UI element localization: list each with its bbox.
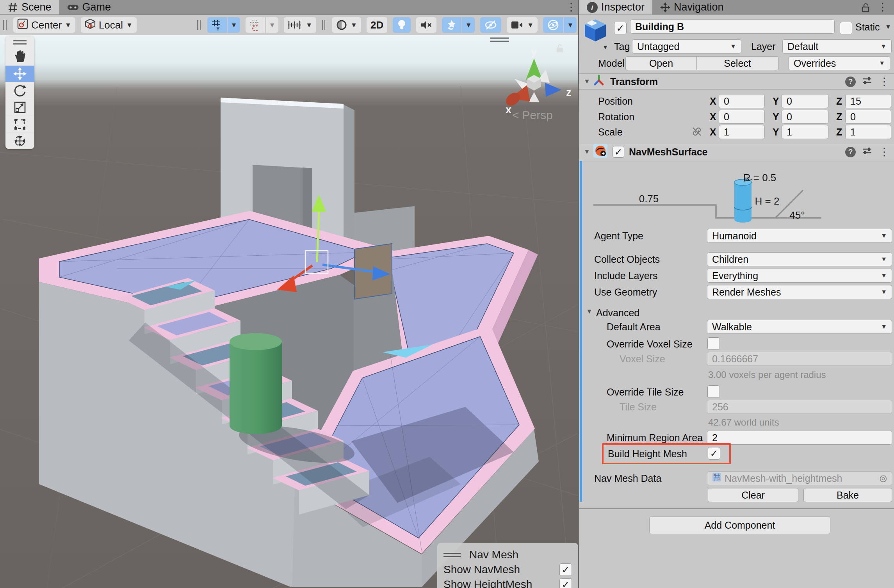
rotation-z-field[interactable]: 0 — [845, 110, 891, 124]
effects-options-dropdown[interactable]: ▼ — [462, 17, 475, 33]
perspective-toggle[interactable]: < Persp — [512, 109, 553, 122]
navmeshsurface-header[interactable]: ▼ ✓ NavMeshSurface ? ⋮ — [579, 144, 894, 160]
toolbar-drag-handle[interactable] — [197, 20, 202, 30]
hand-tool-button[interactable] — [5, 49, 34, 65]
gizmos-options-dropdown[interactable]: ▼ — [564, 17, 577, 33]
scale-z-field[interactable]: 1 — [845, 125, 891, 139]
rotation-mode-dropdown[interactable]: Local ▼ — [81, 17, 137, 33]
2d-toggle-button[interactable]: 2D — [367, 17, 387, 33]
static-caret-icon[interactable]: ▼ — [885, 23, 891, 30]
build-height-mesh-checkbox[interactable]: ✓ — [708, 447, 720, 460]
unity-editor: Scene Game ⋮ Center — [0, 0, 894, 588]
scale-x-field[interactable]: 1 — [719, 125, 765, 139]
link-broken-icon[interactable] — [691, 126, 702, 139]
position-z-field[interactable]: 15 — [845, 94, 891, 108]
foldout-icon[interactable]: ▼ — [584, 148, 593, 156]
effects-toggle-button[interactable] — [442, 17, 461, 33]
presets-icon[interactable] — [862, 75, 872, 88]
component-menu-icon[interactable]: ⋮ — [878, 146, 890, 158]
tab-navigation[interactable]: Navigation — [652, 0, 732, 14]
component-menu-icon[interactable]: ⋮ — [878, 75, 890, 88]
inspector-menu-icon[interactable]: ⋮ — [877, 1, 889, 13]
hidden-objects-toggle[interactable] — [480, 17, 501, 33]
model-select-button[interactable]: Select — [697, 56, 778, 70]
gamepad-icon — [67, 3, 79, 12]
bake-button[interactable]: Bake — [803, 488, 892, 502]
tab-game[interactable]: Game — [59, 0, 119, 14]
clear-button[interactable]: Clear — [708, 488, 798, 502]
transform-header[interactable]: ▼ Transform ? ⋮ — [579, 73, 894, 90]
camera-view-dropdown[interactable]: ▼ — [507, 17, 538, 33]
overrides-dropdown[interactable]: Overrides ▼ — [789, 56, 890, 70]
show-navmesh-row: Show NavMesh ✓ — [443, 562, 572, 577]
help-icon[interactable]: ? — [845, 147, 856, 157]
advanced-foldout-label[interactable]: Advanced — [596, 305, 639, 320]
rotation-x-field[interactable]: 0 — [719, 110, 765, 124]
lighting-toggle-button[interactable] — [393, 17, 411, 33]
toolbar-drag-handle[interactable] — [3, 20, 8, 30]
legend-title-row[interactable]: Nav Mesh — [443, 547, 572, 562]
toolbar-drag-handle[interactable] — [322, 20, 326, 30]
component-enabled-checkbox[interactable]: ✓ — [613, 146, 624, 158]
prefab-icon[interactable] — [584, 19, 607, 46]
static-checkbox[interactable] — [840, 22, 852, 34]
tab-inspector-label: Inspector — [601, 1, 645, 13]
presets-icon[interactable] — [862, 146, 872, 158]
axis-y-label[interactable]: y — [531, 46, 537, 58]
override-voxel-checkbox[interactable] — [707, 337, 720, 350]
audio-toggle-button[interactable] — [416, 17, 436, 33]
grid-options-dropdown[interactable]: ▼ — [228, 17, 240, 33]
scene-menu-icon[interactable]: ⋮ — [565, 1, 577, 13]
rotate-tool-button[interactable] — [5, 82, 34, 99]
add-component-button[interactable]: Add Component — [649, 516, 830, 534]
position-y-field[interactable]: 0 — [782, 94, 828, 108]
measure-tool-dropdown[interactable]: ▼ — [284, 17, 316, 33]
axis-x-label[interactable]: x — [506, 104, 511, 116]
scene-viewport[interactable]: y x z — [0, 35, 578, 588]
snap-options-dropdown[interactable]: ▼ — [266, 17, 278, 33]
tab-inspector[interactable]: i Inspector — [579, 0, 652, 14]
tab-scene[interactable]: Scene — [0, 0, 59, 14]
move-tool-button[interactable] — [5, 66, 34, 82]
shading-mode-dropdown[interactable]: ▼ — [332, 17, 361, 33]
lock-icon[interactable] — [556, 44, 564, 55]
snap-grid-button[interactable] — [246, 17, 265, 33]
default-area-dropdown[interactable]: Walkable▼ — [707, 320, 892, 334]
model-open-button[interactable]: Open — [625, 56, 697, 70]
override-tile-checkbox[interactable] — [707, 385, 720, 398]
show-navmesh-checkbox[interactable]: ✓ — [559, 563, 572, 576]
unlock-icon[interactable] — [861, 2, 870, 15]
active-checkbox[interactable]: ✓ — [614, 22, 627, 34]
use-geometry-dropdown[interactable]: Render Meshes▼ — [707, 285, 892, 299]
tag-dropdown[interactable]: Untagged ▼ — [632, 39, 741, 53]
gizmos-toggle-button[interactable] — [543, 17, 563, 33]
static-label: Static — [855, 20, 880, 34]
inspector-tabbar: i Inspector Navigation ⋮ — [579, 0, 894, 15]
collect-objects-dropdown[interactable]: Children▼ — [707, 252, 892, 266]
transform-tool-button[interactable] — [5, 133, 34, 149]
axis-z-label[interactable]: z — [566, 87, 572, 98]
rect-tool-button[interactable] — [5, 116, 34, 132]
legend-drag-handle[interactable] — [443, 553, 461, 557]
layer-dropdown[interactable]: Default ▼ — [782, 39, 892, 53]
object-picker-icon[interactable]: ◎ — [880, 473, 887, 483]
prefab-caret-icon[interactable]: ▼ — [602, 44, 608, 50]
scale-tool-button[interactable] — [5, 99, 34, 116]
show-heightmesh-checkbox[interactable]: ✓ — [559, 578, 572, 588]
min-region-field[interactable]: 2 — [707, 431, 892, 445]
gameobject-name-field[interactable]: Building B — [630, 20, 835, 34]
scale-y-field[interactable]: 1 — [782, 125, 828, 139]
agent-type-dropdown[interactable]: Humanoid▼ — [707, 229, 892, 243]
pivot-mode-dropdown[interactable]: Center ▼ — [13, 17, 75, 33]
include-layers-dropdown[interactable]: Everything▼ — [707, 269, 892, 283]
foldout-icon[interactable]: ▼ — [584, 78, 593, 86]
rotation-y-field[interactable]: 0 — [782, 110, 828, 124]
nav-mesh-data-field[interactable]: NavMesh-with_heightmesh ◎ — [707, 471, 892, 485]
show-heightmesh-label: Show HeightMesh — [443, 578, 532, 588]
palette-drag-handle[interactable] — [5, 36, 34, 48]
help-icon[interactable]: ? — [845, 77, 856, 87]
overlay-drag-handle[interactable] — [490, 37, 509, 42]
position-x-field[interactable]: 0 — [719, 94, 765, 108]
grid-visibility-button[interactable]: Y — [207, 17, 227, 33]
foldout-icon[interactable]: ▼ — [586, 308, 593, 315]
